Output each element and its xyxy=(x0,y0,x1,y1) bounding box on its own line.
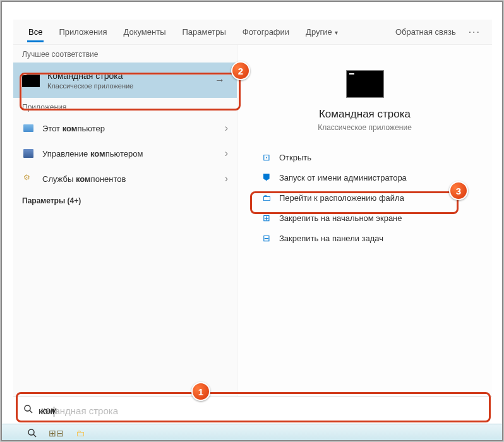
tab-photos[interactable]: Фотографии xyxy=(235,22,297,42)
search-input-bar[interactable]: командная строка xyxy=(13,396,492,424)
open-icon: ⊡ xyxy=(260,152,273,162)
file-explorer-icon[interactable]: 🗀 xyxy=(74,427,87,439)
tab-other[interactable]: Другие ▾ xyxy=(298,22,345,42)
svg-point-0 xyxy=(25,405,30,411)
best-match-subtitle: Классическое приложение xyxy=(47,82,209,90)
taskbar: ⊞⊟ 🗀 xyxy=(1,424,503,441)
search-input[interactable] xyxy=(41,405,482,415)
detail-subtitle: Классическое приложение xyxy=(256,123,473,132)
more-options-button[interactable]: ··· xyxy=(465,21,484,43)
tab-documents[interactable]: Документы xyxy=(116,22,173,42)
svg-line-1 xyxy=(30,410,32,413)
search-icon xyxy=(23,404,33,417)
this-pc-icon xyxy=(22,123,35,133)
action-run-as-admin[interactable]: ⛊ Запуск от имени администратора xyxy=(256,167,473,188)
cmd-icon xyxy=(22,73,40,87)
action-pin-to-taskbar[interactable]: ⊟ Закрепить на панели задач xyxy=(256,228,473,248)
best-match-result[interactable]: Командная строка Классическое приложение… xyxy=(13,63,237,98)
chevron-right-icon: › xyxy=(225,122,228,134)
folder-icon: 🗀 xyxy=(260,193,273,203)
app-result-component-services[interactable]: Службы компонентов › xyxy=(13,166,237,191)
task-view-icon[interactable]: ⊞⊟ xyxy=(50,427,63,439)
svg-line-3 xyxy=(33,434,36,437)
tab-apps[interactable]: Приложения xyxy=(51,22,114,42)
action-open[interactable]: ⊡ Открыть xyxy=(256,147,473,167)
computer-management-icon xyxy=(22,148,35,158)
chevron-down-icon: ▾ xyxy=(333,29,339,36)
start-search-panel: Все Приложения Документы Параметры Фотог… xyxy=(13,20,492,424)
section-settings-more[interactable]: Параметры (4+) xyxy=(13,191,237,209)
chevron-right-icon: › xyxy=(225,173,228,184)
search-filter-tabs: Все Приложения Документы Параметры Фотог… xyxy=(13,20,492,45)
action-open-file-location[interactable]: 🗀 Перейти к расположению файла xyxy=(256,188,473,208)
svg-point-2 xyxy=(28,429,34,435)
best-match-title: Командная строка xyxy=(47,71,209,81)
run-admin-icon: ⛊ xyxy=(260,172,273,182)
tab-settings[interactable]: Параметры xyxy=(174,22,233,42)
app-result-this-pc[interactable]: Этот компьютер › xyxy=(13,116,237,141)
detail-title: Командная строка xyxy=(256,108,473,121)
action-pin-to-start[interactable]: ⊞ Закрепить на начальном экране xyxy=(256,208,473,228)
feedback-link[interactable]: Обратная связь xyxy=(388,22,464,42)
chevron-right-icon: › xyxy=(225,148,228,159)
tab-all[interactable]: Все xyxy=(21,22,50,42)
section-apps: Приложения xyxy=(13,98,237,116)
results-list: Лучшее соответствие Командная строка Кла… xyxy=(13,45,237,396)
detail-pane: Командная строка Классическое приложение… xyxy=(237,45,492,396)
section-best-match: Лучшее соответствие xyxy=(13,45,237,63)
expand-arrow-icon[interactable]: → xyxy=(209,75,231,86)
pin-taskbar-icon: ⊟ xyxy=(260,233,273,243)
cmd-large-icon xyxy=(346,70,384,98)
taskbar-search-icon[interactable] xyxy=(26,427,39,439)
component-services-icon xyxy=(22,174,35,184)
app-result-computer-management[interactable]: Управление компьютером › xyxy=(13,141,237,166)
pin-icon: ⊞ xyxy=(260,213,273,223)
